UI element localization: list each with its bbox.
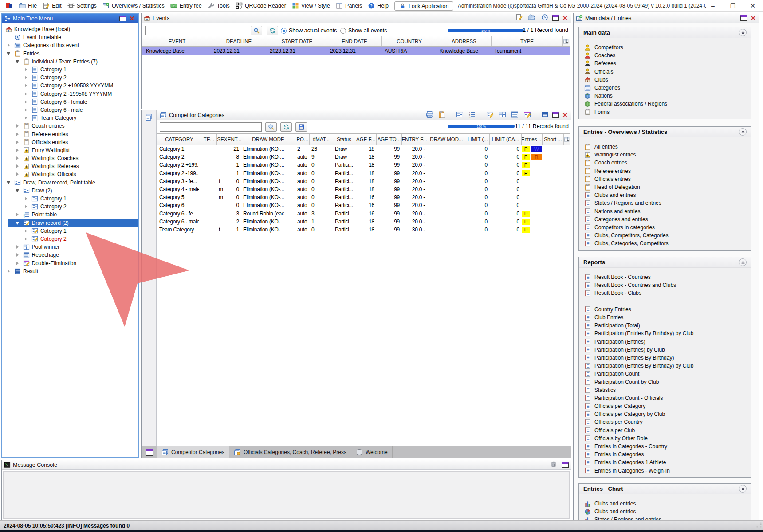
panel-item-officials-by-other-role[interactable]: Officials by Other Role: [579, 434, 751, 442]
radio-show-actual-events[interactable]: [281, 28, 287, 34]
menu-item-qrcode-reader[interactable]: QRCode Reader: [236, 2, 286, 9]
categories-table-row[interactable]: Category 2 -199...1Elimination (KO-...au…: [157, 169, 570, 177]
tree-item-entries[interactable]: Entries: [2, 50, 138, 58]
panel-item-waitinglist-entries[interactable]: Waitinglist entries: [579, 151, 751, 159]
panel-item-referee-entries[interactable]: Referee entries: [579, 167, 751, 175]
column-header-deadline[interactable]: DEADLINE: [211, 36, 267, 46]
tree-arrow[interactable]: [15, 213, 23, 216]
filter-icon[interactable]: [563, 38, 569, 46]
lock-application-button[interactable]: Lock Application: [394, 1, 453, 11]
tree-item-categories-of-this-event[interactable]: Categories of this event: [2, 41, 138, 49]
tree-arrow[interactable]: [23, 84, 31, 87]
panel-item-officials-per-category[interactable]: Officials per Category: [579, 402, 751, 410]
maximize-icon[interactable]: [740, 15, 747, 21]
panel-item-clubs-competitors-categories[interactable]: Clubs, Competitors, Categories: [579, 231, 751, 239]
categories-table-row[interactable]: Category 2 +199...1Elimination (KO-...au…: [157, 161, 570, 169]
menu-item-tools[interactable]: Tools: [208, 2, 230, 9]
events-search-input[interactable]: [145, 26, 246, 35]
toolbar-dblelim-button[interactable]: [523, 111, 531, 120]
tree-arrow[interactable]: [15, 221, 23, 225]
menu-item-x[interactable]: [6, 2, 13, 9]
panel-item-head-of-delegation[interactable]: Head of Delegation: [579, 183, 751, 191]
panel-item-clubs-and-entries[interactable]: Clubs and entries: [579, 191, 751, 199]
panel-item-entries-in-categories-weigh-in[interactable]: Entries in Categories - Weigh-In: [579, 467, 751, 475]
panel-item-coach-entries[interactable]: Coach entries: [579, 159, 751, 167]
panel-item-entries-in-categories-1-athlete[interactable]: Entries in Categories 1 Athlete: [579, 458, 751, 466]
toolbar-paste-button[interactable]: [438, 111, 446, 120]
panel-item-federal-associations-regions[interactable]: Federal associations / Regions: [579, 100, 751, 108]
column-header-sex[interactable]: SEX: [217, 134, 228, 145]
tree-arrow[interactable]: [23, 205, 31, 208]
column-header-entries[interactable]: Entries ...: [522, 134, 543, 145]
column-header-category[interactable]: CATEGORY: [157, 134, 201, 145]
tree-item-event-timetable[interactable]: Event Timetable: [2, 33, 138, 41]
tree-item-category-2[interactable]: Category 2: [2, 235, 138, 243]
search-button[interactable]: [265, 122, 277, 132]
tree-item-category-2-199508-yyyymm[interactable]: Category 2 +199508 YYYYMM: [2, 82, 138, 90]
panel-item-statistics[interactable]: Statistics: [579, 386, 751, 394]
panel-item-nations-and-entries[interactable]: Nations and entries: [579, 207, 751, 215]
panel-item-nations[interactable]: Nations: [579, 92, 751, 100]
tree-item-category-6-male[interactable]: Category 6 - male: [2, 106, 138, 114]
tree-item-entry-waitinglist[interactable]: Entry Waitinglist: [2, 146, 138, 154]
tree-item-point-table[interactable]: 123Point table: [2, 211, 138, 219]
close-icon[interactable]: ✕: [128, 15, 136, 22]
tree-item-category-2[interactable]: Category 2: [2, 203, 138, 211]
tab-competitor-categories[interactable]: Competitor Categories: [157, 446, 229, 458]
close-icon[interactable]: ✕: [749, 15, 757, 21]
menu-item-entry-fee[interactable]: Entry fee: [170, 2, 202, 9]
filter-icon[interactable]: [564, 136, 570, 144]
panel-item-officials[interactable]: Officials: [579, 68, 751, 76]
column-header-draw-mod[interactable]: DRAW MOD...: [427, 134, 466, 145]
tree-item-draw-draw-record-point-table[interactable]: Draw, Draw record, Point table...: [2, 179, 138, 187]
tree-arrow[interactable]: [15, 188, 23, 192]
panel-item-clubs-and-entries[interactable]: Clubs and entries: [579, 500, 751, 508]
tree-arrow[interactable]: [15, 133, 23, 136]
column-header-te[interactable]: TE...: [201, 134, 217, 145]
toolbar-ptable-button[interactable]: 123: [468, 111, 476, 120]
close-icon[interactable]: ✕: [561, 112, 569, 118]
panel-item-clubs-and-entries[interactable]: Clubs and entries: [579, 508, 751, 516]
tree-arrow[interactable]: [6, 51, 14, 55]
tree-arrow[interactable]: [23, 197, 31, 200]
tree-item-category-1[interactable]: Category 1: [2, 195, 138, 203]
tree-arrow[interactable]: [6, 43, 14, 47]
toolbar-printer-button[interactable]: [426, 111, 433, 120]
panel-item-entries-in-categories[interactable]: Entries in Categories: [579, 450, 751, 458]
tree-item-double-elimination[interactable]: Double-Elimination: [2, 259, 138, 267]
categories-table-row[interactable]: Category 60Elimination (KO-...auto0Parti…: [157, 201, 570, 209]
categories-search-input[interactable]: [160, 122, 262, 132]
tree-arrow[interactable]: [15, 253, 23, 257]
categories-table-row[interactable]: Category 6 - male2Elimination (KO-...aut…: [157, 218, 570, 226]
categories-table-row[interactable]: Team Categoryt1Elimination (KO-...auto0P…: [157, 226, 570, 234]
panel-item-officials-per-club[interactable]: Officials per Club: [579, 426, 751, 434]
column-header-status[interactable]: Status: [333, 134, 355, 145]
categories-table-row[interactable]: Category 3 - fe...f0Elimination (KO-...a…: [157, 177, 570, 185]
maximize-icon[interactable]: [552, 112, 559, 118]
refresh-button[interactable]: [267, 26, 278, 35]
collapse-icon[interactable]: [739, 128, 747, 136]
panel-item-participation-entries-by-birthday-by-clu[interactable]: Participation (Entries By Birthday) by C…: [579, 362, 751, 370]
tree-arrow[interactable]: [23, 229, 31, 233]
panel-item-referees[interactable]: Referees: [579, 59, 751, 67]
events-toolbar-folderopen[interactable]: [528, 14, 535, 22]
toolbar-drawrec-button[interactable]: [486, 111, 494, 120]
collapse-icon[interactable]: [739, 485, 747, 493]
tree-item-individual-team-entries-7[interactable]: Individual / Team Entries (7): [2, 58, 138, 66]
panel-item-categories-and-entries[interactable]: Categories and entries: [579, 215, 751, 223]
column-header-mat[interactable]: #MAT...: [310, 134, 333, 145]
categories-table-row[interactable]: Category 5m0Elimination (KO-...auto0Part…: [157, 193, 570, 201]
tree-arrow[interactable]: [23, 92, 31, 96]
tree-item-waitinglist-coaches[interactable]: Waitinglist Coaches: [2, 154, 138, 162]
column-header-limit-ca[interactable]: LIMIT (CA...: [490, 134, 522, 145]
tree-item-draw-2[interactable]: Draw (2): [2, 187, 138, 195]
panel-item-participation-total[interactable]: Participation (Total): [579, 321, 751, 329]
tree-item-coach-entries[interactable]: Coach entries: [2, 122, 138, 130]
minimize-button[interactable]: –: [707, 0, 719, 12]
close-icon[interactable]: ✕: [561, 15, 569, 21]
column-header-ent[interactable]: ENT...: [228, 134, 241, 145]
panel-item-clubs-categories-competitors[interactable]: Clubs, Categories, Competitors: [579, 239, 751, 247]
menu-item-settings[interactable]: Settings: [67, 2, 97, 9]
column-header-age-f[interactable]: AGE F...: [355, 134, 377, 145]
categories-table-row[interactable]: Category 4 - malem0Elimination (KO-...au…: [157, 185, 570, 193]
